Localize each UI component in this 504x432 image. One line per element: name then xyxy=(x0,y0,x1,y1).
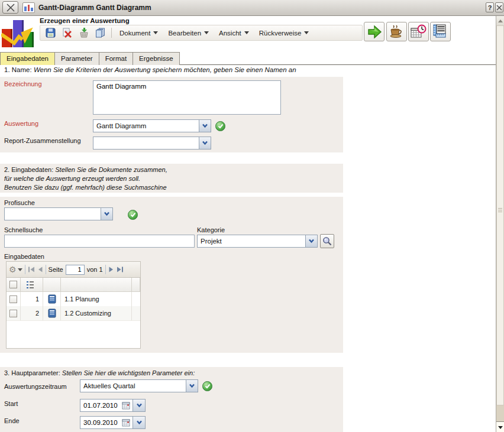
grid-header-row xyxy=(7,278,140,292)
arrow-down-icon xyxy=(498,426,503,429)
start-date-input[interactable] xyxy=(80,402,120,409)
tab-parameter[interactable]: Parameter xyxy=(55,52,99,65)
delete-document-icon xyxy=(62,28,72,38)
tab-ergebnisse[interactable]: Ergebnisse xyxy=(133,52,180,65)
first-page-icon xyxy=(28,266,35,273)
tab-format[interactable]: Format xyxy=(99,52,133,65)
row-name: 1.1 Planung xyxy=(61,292,132,306)
seite-label: Seite xyxy=(49,266,63,273)
close-icon xyxy=(496,5,502,11)
schnellsuche-label: Schnellsuche xyxy=(4,226,43,233)
kategorie-select[interactable]: Projekt xyxy=(197,235,318,248)
schedule-button[interactable] xyxy=(408,22,429,41)
bezeichnung-label: Bezeichnung xyxy=(4,80,42,87)
prev-page-icon xyxy=(37,266,43,273)
arrow-up-icon xyxy=(498,20,503,22)
vertical-scrollbar[interactable] xyxy=(496,16,504,432)
next-page-icon xyxy=(108,266,114,273)
row-checkbox[interactable] xyxy=(9,295,17,303)
start-label: Start xyxy=(4,400,18,407)
next-page-button[interactable] xyxy=(108,266,114,273)
auswertungszeitraum-select[interactable]: Aktuelles Quartal xyxy=(80,379,198,392)
eingabedaten-grid: ⚙ Seite von 1 xyxy=(6,261,141,349)
chevron-down-icon xyxy=(136,420,143,425)
chevron-down-icon xyxy=(304,31,309,34)
first-page-button[interactable] xyxy=(28,266,35,273)
chevron-down-icon[interactable] xyxy=(186,380,198,392)
scrollbar-up-button[interactable] xyxy=(496,16,504,26)
last-page-icon xyxy=(117,266,124,273)
chevron-down-icon[interactable] xyxy=(101,208,112,220)
prev-page-button[interactable] xyxy=(37,266,43,273)
menu-dokument[interactable]: Dokument xyxy=(117,28,160,38)
save-button[interactable] xyxy=(45,27,56,38)
title-bar: Gantt-Diagramm Gantt Diagramm ? xyxy=(0,0,504,16)
basket-icon xyxy=(79,28,89,38)
chevron-down-icon xyxy=(136,403,143,408)
page-number-input[interactable] xyxy=(66,265,85,275)
start-date-field xyxy=(80,399,133,412)
section2-heading: 2. Eingabedaten: Stellen Sie die Dokumen… xyxy=(4,165,167,192)
search-button[interactable] xyxy=(320,234,334,248)
profisuche-select[interactable] xyxy=(4,207,113,220)
window-close-small-button[interactable] xyxy=(495,2,503,12)
scrollbar-grip xyxy=(498,208,502,213)
window-help-button[interactable]: ? xyxy=(486,2,494,12)
ende-date-input[interactable] xyxy=(80,419,120,426)
menu-rueckverweise[interactable]: Rückverweise xyxy=(257,28,312,38)
report-layout-button[interactable] xyxy=(430,22,451,41)
grid-settings-button[interactable]: ⚙ xyxy=(9,265,22,274)
toolbar-separator xyxy=(111,28,112,38)
tab-eingabedaten[interactable]: Eingabedaten xyxy=(0,52,55,65)
bar-chart-icon xyxy=(22,2,35,13)
window-close-button[interactable] xyxy=(2,1,18,14)
copy-button[interactable] xyxy=(95,27,106,38)
last-page-button[interactable] xyxy=(117,266,124,273)
page-count-label: von 1 xyxy=(87,266,103,273)
scrollbar-down-button[interactable] xyxy=(496,421,504,432)
auswertung-label: Auswertung xyxy=(4,120,38,127)
bezeichnung-textarea[interactable]: Gantt Diagramm xyxy=(93,80,281,115)
menu-ansicht[interactable]: Ansicht xyxy=(217,28,251,38)
run-button[interactable] xyxy=(364,22,385,41)
discard-button[interactable] xyxy=(62,27,73,38)
ende-date-field xyxy=(80,416,133,429)
chevron-down-icon[interactable] xyxy=(199,120,211,132)
select-all-checkbox[interactable] xyxy=(9,281,17,288)
profisuche-label: Profisuche xyxy=(4,199,35,206)
auswertung-select[interactable]: Gantt Diagramm xyxy=(93,119,211,132)
zeitraum-ok-icon xyxy=(202,381,212,391)
scrollbar-track[interactable] xyxy=(496,405,504,421)
copy-documents-icon xyxy=(95,28,106,38)
tab-bar: Eingabedaten Parameter Format Ergebnisse xyxy=(0,52,496,65)
start-date-dropdown-button[interactable] xyxy=(133,399,146,412)
calendar-icon[interactable] xyxy=(120,418,132,427)
scrollbar-thumb[interactable] xyxy=(496,25,504,405)
table-row[interactable]: 2 1.2 Customizing xyxy=(7,306,140,321)
section3-heading: 3. Hauptparameter: Stellen Sie hier die … xyxy=(4,369,195,376)
coffee-cup-icon xyxy=(389,25,405,39)
ende-date-dropdown-button[interactable] xyxy=(133,416,146,429)
start-date-widget xyxy=(80,399,146,412)
schnellsuche-input[interactable] xyxy=(4,235,195,248)
report-zusammenstellung-select[interactable] xyxy=(93,137,211,150)
document-icon xyxy=(48,294,56,304)
section3-panel: 3. Hauptparameter: Stellen Sie hier die … xyxy=(0,367,343,432)
chevron-down-icon xyxy=(153,31,158,34)
report-ruler-icon xyxy=(433,24,448,39)
kategorie-label: Kategorie xyxy=(197,226,225,233)
row-checkbox[interactable] xyxy=(9,310,17,317)
profisuche-ok-icon xyxy=(128,210,138,220)
window-title: Gantt-Diagramm Gantt Diagramm xyxy=(38,4,151,12)
background-job-button[interactable] xyxy=(386,22,407,41)
chevron-down-icon[interactable] xyxy=(305,235,317,247)
kategorie-value: Projekt xyxy=(198,235,305,247)
chevron-down-icon[interactable] xyxy=(199,137,211,149)
row-name: 1.2 Customizing xyxy=(61,306,132,320)
calendar-icon[interactable] xyxy=(120,401,132,410)
table-row[interactable]: 1 1.1 Planung xyxy=(7,292,140,307)
close-icon xyxy=(6,4,15,12)
add-to-basket-button[interactable] xyxy=(78,27,89,38)
menu-bearbeiten[interactable]: Bearbeiten xyxy=(166,28,211,38)
section2-heading-panel: 2. Eingabedaten: Stellen Sie die Dokumen… xyxy=(0,164,343,193)
